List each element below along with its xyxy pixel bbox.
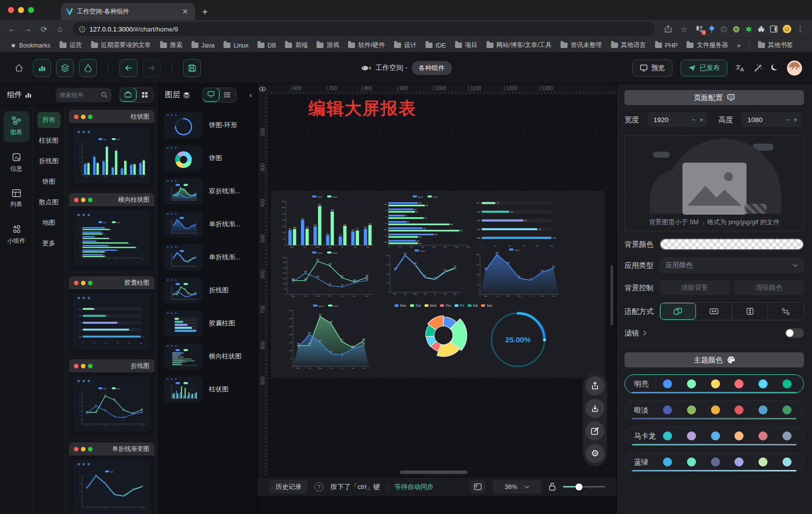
extension-kite-icon[interactable] bbox=[708, 26, 715, 33]
theme-row-蓝绿[interactable]: 蓝绿 bbox=[624, 452, 804, 471]
browser-menu-icon[interactable]: ⋮ bbox=[796, 25, 804, 34]
dark-mode-moon-icon[interactable] bbox=[770, 64, 779, 72]
bookmark-item[interactable]: 软件/硬件 bbox=[344, 40, 388, 51]
history-button[interactable]: 历史记录 bbox=[270, 480, 308, 493]
close-window-button[interactable] bbox=[8, 7, 14, 13]
bookmarks-root[interactable]: ★Bookmarks bbox=[7, 40, 54, 51]
theme-row-马卡龙[interactable]: 马卡龙 bbox=[624, 426, 804, 445]
layer-item[interactable]: 折线图 bbox=[164, 277, 252, 303]
browser-tab[interactable]: 工作空间-各种组件 ✕ bbox=[61, 3, 195, 20]
sidebar-item-小组件[interactable]: 小组件 bbox=[4, 219, 30, 250]
edit-button[interactable] bbox=[586, 421, 604, 440]
extension-ring-icon[interactable] bbox=[720, 26, 728, 33]
bookmark-item[interactable]: DB bbox=[254, 41, 280, 51]
browser-forward-icon[interactable]: → bbox=[21, 22, 35, 36]
site-info-icon[interactable] bbox=[79, 26, 86, 33]
details-panel-toggle[interactable] bbox=[79, 59, 97, 77]
background-upload-dropzone[interactable]: 背景图需小于 5M ，格式为 png/jpg/gif 的文件 bbox=[624, 135, 804, 231]
dashboard-chart-capsule[interactable]: 厦门20南阳40北京60上海80新疆100020406080100 bbox=[473, 197, 560, 248]
category-所有[interactable]: 所有 bbox=[38, 112, 60, 128]
category-折线图[interactable]: 折线图 bbox=[34, 153, 64, 169]
thumbnail-view-button[interactable] bbox=[202, 88, 220, 102]
save-button[interactable] bbox=[183, 59, 201, 77]
width-decrement[interactable]: − bbox=[692, 116, 696, 124]
width-increment[interactable]: + bbox=[700, 116, 704, 124]
theme-row-明亮[interactable]: 明亮 bbox=[624, 374, 804, 393]
bookmark-item[interactable]: Linux bbox=[220, 41, 252, 51]
layer-item[interactable]: 双折线渐... bbox=[164, 178, 252, 204]
extensions-puzzle-icon[interactable] bbox=[758, 26, 765, 33]
category-散点图[interactable]: 散点图 bbox=[34, 194, 64, 210]
extension-xdebug-star-icon[interactable] bbox=[745, 26, 752, 33]
bookmark-item[interactable]: 近期需要读的文章 bbox=[88, 40, 154, 51]
layer-item[interactable]: 饼图-环形 bbox=[164, 112, 252, 138]
zoom-slider-knob[interactable] bbox=[576, 483, 582, 490]
maximize-window-button[interactable] bbox=[28, 7, 34, 13]
fit-scale-button[interactable] bbox=[660, 303, 696, 320]
address-bar[interactable]: 127.0.0.1:3000/#/chart/home/9 bbox=[73, 22, 655, 36]
fit-width-button[interactable] bbox=[696, 303, 732, 320]
canvas-text-element[interactable]: 编辑大屏报表 bbox=[308, 97, 416, 120]
share-icon[interactable] bbox=[661, 22, 675, 36]
category-柱状图[interactable]: 柱状图 bbox=[34, 133, 64, 149]
component-card[interactable]: 胶囊柱图厦门20南阳40北京60上海80新疆100020406080100 bbox=[69, 276, 154, 353]
component-search[interactable] bbox=[56, 88, 112, 102]
bookmarks-overflow[interactable]: » bbox=[734, 41, 744, 51]
workspace-name[interactable]: 各种组件 bbox=[412, 61, 452, 75]
home-button[interactable] bbox=[10, 59, 28, 77]
height-value-field[interactable] bbox=[748, 116, 774, 124]
sidebar-item-列表[interactable]: 列表 bbox=[4, 183, 30, 214]
extension-grid-icon[interactable]: 9 bbox=[696, 26, 704, 33]
bookmark-item[interactable]: 游戏 bbox=[313, 40, 342, 51]
height-decrement[interactable]: − bbox=[786, 116, 790, 124]
bookmark-item[interactable]: PHP bbox=[652, 41, 682, 51]
list-view-button[interactable] bbox=[219, 88, 236, 102]
layers-panel-toggle[interactable] bbox=[56, 59, 74, 77]
theme-row-暗淡[interactable]: 暗淡 bbox=[624, 400, 804, 419]
bookmark-item[interactable]: IDE bbox=[422, 41, 450, 51]
components-panel-toggle[interactable] bbox=[33, 59, 51, 77]
align-panel-button[interactable] bbox=[470, 480, 486, 493]
height-input[interactable]: −+ bbox=[742, 112, 802, 127]
minimize-window-button[interactable] bbox=[18, 7, 24, 13]
bookmark-star-icon[interactable]: ☆ bbox=[677, 22, 691, 36]
bookmark-item[interactable]: 项目 bbox=[452, 40, 481, 51]
sidebar-item-信息[interactable]: A信息 bbox=[4, 147, 30, 178]
vertical-scrollbar[interactable] bbox=[610, 265, 613, 325]
fit-height-button[interactable] bbox=[732, 303, 768, 320]
canvas-view[interactable]: 6007008009001000110012001300 20030040050… bbox=[258, 84, 616, 477]
dashboard-chart-bar[interactable]: data1data2050100150200250300350MonTueWed… bbox=[278, 195, 376, 250]
bookmark-item[interactable]: 搜索 bbox=[156, 40, 186, 51]
undo-button[interactable] bbox=[120, 59, 138, 77]
layer-item[interactable]: 胶囊柱图 bbox=[164, 310, 252, 336]
grid-view-button[interactable] bbox=[136, 88, 153, 102]
zoom-slider[interactable] bbox=[563, 483, 605, 490]
dashboard-chart-hbar[interactable]: data1data2Sun130160Sat110117Fri70155Thu8… bbox=[380, 195, 475, 250]
bookmark-item[interactable]: Java bbox=[188, 41, 218, 51]
browser-reload-icon[interactable]: ⟳ bbox=[37, 22, 51, 36]
layer-item[interactable]: 饼图 bbox=[164, 145, 252, 171]
toggle-guides-button[interactable] bbox=[258, 84, 268, 94]
app-type-select[interactable]: 应用颜色 bbox=[660, 257, 804, 273]
clear-color-button[interactable]: 清除颜色 bbox=[734, 280, 804, 295]
category-更多[interactable]: 更多 bbox=[38, 235, 60, 251]
height-increment[interactable]: + bbox=[794, 116, 798, 124]
preview-button[interactable]: 预览 bbox=[632, 60, 672, 77]
filter-toggle[interactable] bbox=[785, 328, 804, 338]
bookmark-item[interactable]: 资讯未整理 bbox=[557, 40, 606, 51]
dashboard-chart-line[interactable]: data1data2050100150200250300350MonTueWed… bbox=[279, 251, 375, 299]
dashboard-chart-line1[interactable]: data1050100150200MonTueWedThuFriSatSun12… bbox=[382, 249, 462, 297]
width-value-field[interactable] bbox=[654, 116, 680, 124]
redo-button[interactable] bbox=[142, 59, 160, 77]
dashboard-chart-area1[interactable]: data1050100150200MonTueWedThuFriSatSun12… bbox=[472, 248, 561, 299]
layer-item[interactable]: 单折线渐... bbox=[164, 211, 252, 237]
layer-item[interactable]: 柱状图 bbox=[164, 376, 252, 402]
category-饼图[interactable]: 饼图 bbox=[38, 174, 60, 190]
bookmark-item[interactable]: 网站/博客/文章/工具 bbox=[483, 40, 555, 51]
settings-button[interactable]: ⚙ bbox=[586, 444, 604, 463]
search-input[interactable] bbox=[60, 92, 99, 99]
new-tab-button[interactable]: + bbox=[202, 7, 208, 18]
lock-icon[interactable] bbox=[548, 482, 556, 491]
component-card[interactable]: 折线图data1data2050100150200250300350MonTue… bbox=[69, 359, 154, 436]
bg-color-swatch[interactable] bbox=[660, 238, 804, 250]
